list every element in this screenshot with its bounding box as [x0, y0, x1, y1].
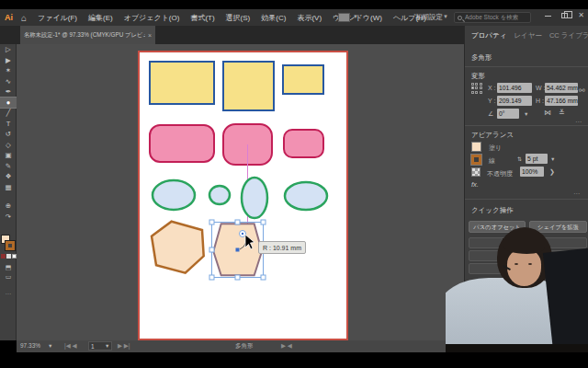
- chevron-right-icon[interactable]: ❯: [549, 168, 555, 176]
- status-hint: 多角形: [235, 342, 254, 351]
- workspace-preset-button[interactable]: 初期設定: [415, 13, 443, 22]
- chevron-down-icon: ▼: [48, 343, 52, 349]
- pencil-tool[interactable]: ✎: [0, 161, 17, 172]
- zoom-tool[interactable]: ⊕: [0, 201, 17, 212]
- menu-edit[interactable]: 編集(E): [83, 13, 119, 23]
- line-segment-tool[interactable]: ╱: [0, 108, 17, 119]
- appearance-more-icon[interactable]: …: [573, 188, 581, 196]
- direct-selection-tool[interactable]: ▶: [0, 55, 17, 66]
- presenter-eye-right: [528, 263, 532, 265]
- ellipse-vertical[interactable]: [242, 178, 267, 218]
- width-tool[interactable]: ▣: [0, 150, 17, 161]
- handle-bottom-right[interactable]: [261, 275, 266, 280]
- h-label: H :: [536, 98, 544, 104]
- menu-select[interactable]: 選択(S): [220, 13, 256, 23]
- close-icon[interactable]: ✕: [578, 12, 584, 19]
- tab-cc-libraries[interactable]: CC ライブラリ: [549, 31, 588, 40]
- h-value-field[interactable]: 47.166 mm: [545, 96, 578, 106]
- selection-tool[interactable]: ▷: [0, 44, 17, 55]
- handle-bottom-left[interactable]: [209, 275, 214, 280]
- y-value-field[interactable]: 209.149: [497, 96, 532, 106]
- tools-panel: ▷ ▶ ✶ ∿ ✒ ● ╱ T ↺ ◇ ▣ ✎ ❖ ▦ ⊕ ↷ ⬒▭ …: [0, 44, 17, 340]
- angle-field[interactable]: 0°: [497, 109, 519, 119]
- ellipse-2[interactable]: [285, 182, 327, 210]
- shaper-tool[interactable]: ❖: [0, 171, 17, 182]
- menu-effect[interactable]: 効果(C): [255, 13, 291, 23]
- handle-top-left[interactable]: [209, 220, 214, 224]
- presenter-eye-left: [514, 263, 518, 265]
- fill-color-swatch[interactable]: [471, 142, 481, 152]
- menu-bar: Ai ⌂ ファイル(F) 編集(E) オブジェクト(O) 書式(T) 選択(S)…: [0, 9, 588, 26]
- flip-horizontal-icon[interactable]: ⋈: [544, 109, 551, 117]
- tab-properties[interactable]: プロパティ: [471, 31, 506, 40]
- chevron-down-icon[interactable]: ▼: [550, 156, 555, 162]
- menu-type[interactable]: 書式(T): [185, 13, 220, 23]
- first-previous-artboard-icons[interactable]: |◀ ◀: [64, 342, 77, 350]
- menu-view[interactable]: 表示(V): [291, 13, 327, 23]
- chevron-down-icon[interactable]: ▼: [524, 111, 528, 117]
- lasso-tool[interactable]: ∿: [0, 76, 17, 87]
- ellipse-circle[interactable]: [209, 186, 230, 204]
- pink-rounded-rect-1[interactable]: [150, 125, 214, 162]
- opacity-icon[interactable]: [471, 167, 481, 177]
- search-placeholder: Adobe Stock を検索: [465, 14, 518, 22]
- opacity-value-field[interactable]: 100%: [520, 167, 544, 177]
- hand-tool[interactable]: ↷: [0, 212, 17, 223]
- transform-more-icon[interactable]: …: [575, 116, 582, 124]
- handle-bottom-center[interactable]: [235, 275, 240, 280]
- quick-actions-header: クイック操作: [471, 206, 514, 215]
- handle-top-center[interactable]: [235, 220, 240, 224]
- selection-center-point[interactable]: [236, 248, 240, 252]
- divider: [465, 199, 588, 200]
- home-icon[interactable]: ⌂: [21, 13, 27, 23]
- document-tab[interactable]: 名称未設定-1* @ 97.33% (CMYK/GPU プレビュー) ×: [20, 26, 155, 44]
- stroke-weight-stepper-icon[interactable]: ⇅: [517, 155, 522, 162]
- toolbar-more-icon[interactable]: …: [0, 289, 17, 295]
- stroke-weight-field[interactable]: 5 pt: [526, 154, 548, 164]
- chevron-down-icon: ▼: [105, 343, 109, 349]
- handle-middle-left[interactable]: [209, 247, 214, 252]
- hexagon-rotated[interactable]: [152, 222, 204, 273]
- artboard-tool[interactable]: ▦: [0, 182, 17, 193]
- status-bar: 97.33% ▼ |◀ ◀ 1 ▼ ▶ ▶| 多角形 ▶ ◀: [17, 340, 464, 352]
- magic-wand-tool[interactable]: ✶: [0, 65, 17, 76]
- minimize-icon[interactable]: [545, 16, 551, 17]
- menu-object[interactable]: オブジェクト(O): [119, 13, 186, 23]
- search-icon: [458, 16, 462, 20]
- canvas-area[interactable]: R : 10.91 mm: [17, 44, 464, 340]
- fx-button[interactable]: fx.: [471, 180, 479, 189]
- tab-layers[interactable]: レイヤー: [514, 31, 542, 40]
- next-last-artboard-icons[interactable]: ▶ ▶|: [118, 342, 130, 350]
- menu-file[interactable]: ファイル(F): [32, 13, 83, 23]
- stock-search-input[interactable]: Adobe Stock を検索: [454, 12, 531, 23]
- document-title: 名称未設定-1* @ 97.33% (CMYK/GPU プレビュー): [24, 31, 145, 40]
- ellipse-1[interactable]: [153, 180, 195, 210]
- close-tab-icon[interactable]: ×: [148, 32, 152, 39]
- rotate-tool[interactable]: ↺: [0, 129, 17, 140]
- stroke-swatch[interactable]: [6, 241, 15, 250]
- link-dimensions-icon[interactable]: ⚯: [579, 86, 585, 95]
- stroke-color-swatch[interactable]: [471, 155, 481, 165]
- restore-icon[interactable]: [561, 13, 568, 18]
- type-tool[interactable]: T: [0, 119, 17, 130]
- zoom-level-field[interactable]: 97.33%: [20, 342, 40, 349]
- pen-tool[interactable]: ✒: [0, 86, 17, 98]
- y-label: Y :: [488, 98, 495, 104]
- selected-object-type: 多角形: [471, 53, 492, 63]
- reference-point-icon[interactable]: [471, 83, 483, 95]
- yellow-rectangle-3[interactable]: [283, 65, 323, 94]
- handle-top-right[interactable]: [261, 220, 266, 224]
- workspace-switcher-icon[interactable]: [338, 13, 350, 22]
- x-value-field[interactable]: 101.496: [497, 83, 532, 93]
- scale-tool[interactable]: ◇: [0, 140, 17, 151]
- pink-rounded-rect-3[interactable]: [284, 130, 323, 157]
- flip-vertical-icon[interactable]: ≚: [559, 109, 565, 117]
- w-value-field[interactable]: 54.462 mm: [545, 83, 578, 93]
- color-button[interactable]: [1, 254, 6, 259]
- yellow-rectangle-1[interactable]: [150, 62, 214, 104]
- gradient-button[interactable]: [6, 254, 11, 259]
- chevron-down-icon: ▼: [353, 14, 358, 19]
- yellow-rectangle-2[interactable]: [223, 62, 274, 110]
- drawing-mode-icons[interactable]: ⬒▭: [0, 263, 17, 282]
- shape-tool[interactable]: ●: [0, 98, 17, 109]
